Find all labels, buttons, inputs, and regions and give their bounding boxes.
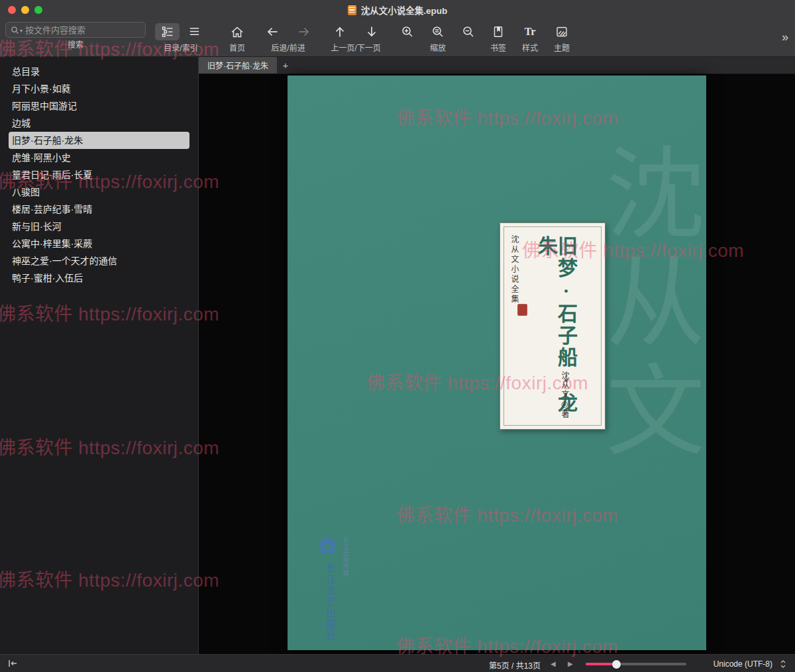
tab-bar: 旧梦·石子船·龙朱 +	[199, 57, 795, 74]
search-input[interactable]	[25, 25, 140, 35]
bookmark-icon	[492, 25, 505, 38]
fullscreen-button[interactable]	[34, 6, 42, 14]
style-label: 样式	[522, 42, 538, 53]
app-window: 沈从文小说全集.epub ▾ 搜索	[0, 0, 795, 672]
previous-page-button[interactable]	[330, 23, 350, 40]
publisher-name-text: 长江文艺出版社	[323, 563, 337, 642]
sidebar-item[interactable]: 边城	[9, 115, 189, 132]
theme-label: 主题	[554, 42, 570, 53]
collapse-sidebar-icon	[7, 658, 19, 669]
cover-author-text: 沈从文◎著	[559, 371, 570, 419]
toc-group: 目录/索引	[155, 22, 207, 53]
zoom-out-button[interactable]	[457, 23, 480, 40]
back-arrow-icon	[265, 25, 280, 38]
page-indicator: 第5页 / 共13页	[489, 659, 541, 671]
encoding-indicator[interactable]: Unicode (UTF-8)	[714, 659, 772, 669]
progress-slider-knob[interactable]	[612, 660, 621, 669]
bookmark-group: 书签	[486, 22, 510, 53]
sidebar-item[interactable]: 楼居·芸庐纪事·雪晴	[9, 201, 189, 218]
back-button[interactable]	[262, 23, 282, 40]
titlebar: 沈从文小说全集.epub	[0, 0, 795, 20]
progress-slider-fill	[586, 663, 616, 665]
sidebar-item[interactable]: 公寓中·梓里集·采蕨	[9, 235, 189, 252]
zoom-fit-button[interactable]	[427, 23, 449, 40]
collapse-sidebar-button[interactable]	[7, 658, 19, 671]
tab-active[interactable]: 旧梦·石子船·龙朱	[199, 57, 277, 73]
search-box[interactable]: ▾	[5, 22, 146, 38]
toolbar: ▾ 搜索	[0, 20, 795, 57]
content-area: 总目录 月下小景·如蕤 阿丽思中国游记 边城 旧梦·石子船·龙朱 虎雏·阿黑小史…	[0, 57, 795, 654]
zoom-in-icon	[401, 25, 414, 38]
theme-button[interactable]	[550, 23, 574, 40]
book-viewer[interactable]: 沈从文 沈从文小说全集 旧梦·石子船·龙朱 沈从文◎著	[199, 74, 795, 654]
home-label: 首页	[229, 42, 245, 53]
home-button[interactable]	[224, 23, 250, 40]
search-icon	[11, 26, 19, 34]
sidebar-item[interactable]: 篁君日记·雨后·长夏	[9, 166, 189, 183]
sidebar-item[interactable]: 虎雏·阿黑小史	[9, 149, 189, 166]
encoding-stepper-icon[interactable]	[780, 659, 786, 672]
publisher-block: 长江出版传媒 长江文艺出版社	[306, 534, 359, 646]
next-page-button[interactable]	[362, 23, 382, 40]
home-icon	[230, 25, 244, 38]
sidebar-item[interactable]: 月下小景·如蕤	[9, 80, 189, 97]
search-label: 搜索	[68, 38, 83, 50]
sidebar-item[interactable]: 阿丽思中国游记	[9, 97, 189, 115]
forward-arrow-icon	[297, 25, 311, 38]
toolbar-overflow-button[interactable]: »	[782, 30, 788, 44]
sidebar-item-selected[interactable]: 旧梦·石子船·龙朱	[9, 132, 189, 149]
index-list-button[interactable]	[182, 23, 207, 40]
status-bar: 第5页 / 共13页 ◀ ▶ Unicode (UTF-8)	[0, 654, 795, 672]
zoom-group: 缩放	[396, 22, 480, 53]
down-arrow-icon	[365, 24, 378, 39]
zoom-label: 缩放	[430, 42, 446, 53]
sidebar-item[interactable]: 新与旧·长河	[9, 218, 189, 235]
progress-slider[interactable]	[586, 663, 686, 665]
prev-page-arrow[interactable]: ◀	[551, 660, 556, 667]
traffic-lights	[8, 6, 42, 14]
page-nav-label: 上一页/下一页	[331, 42, 380, 53]
add-tab-button[interactable]: +	[277, 57, 294, 73]
cover-series-text: 沈从文小说全集	[509, 235, 520, 305]
publisher-flower-icon	[314, 534, 341, 559]
search-scope-caret-icon: ▾	[20, 28, 23, 34]
history-nav-label: 后退/前进	[271, 42, 305, 53]
publisher-group-text: 长江出版传媒	[342, 537, 350, 577]
cover-ghost-calligraphy: 沈从文	[596, 142, 696, 467]
sidebar-item[interactable]: 鸭子·蜜柑·入伍后	[9, 269, 189, 287]
zoom-out-icon	[462, 25, 475, 38]
home-group: 首页	[224, 22, 250, 53]
window-title-text: 沈从文小说全集.epub	[361, 3, 448, 17]
zoom-in-button[interactable]	[396, 23, 419, 40]
toc-sidebar: 总目录 月下小景·如蕤 阿丽思中国游记 边城 旧梦·石子船·龙朱 虎雏·阿黑小史…	[0, 57, 199, 654]
toc-tree-button[interactable]	[155, 23, 180, 40]
window-title: 沈从文小说全集.epub	[348, 3, 448, 17]
zoom-fit-icon	[431, 25, 445, 38]
sidebar-item[interactable]: 总目录	[9, 63, 189, 80]
next-page-arrow[interactable]: ▶	[568, 660, 573, 667]
page-nav-group: 上一页/下一页	[330, 22, 382, 53]
theme-icon	[555, 25, 568, 38]
style-group: Tr 样式	[518, 22, 542, 53]
cover-title-label: 沈从文小说全集 旧梦·石子船·龙朱 沈从文◎著	[500, 222, 606, 430]
style-Tr-icon: Tr	[525, 26, 536, 38]
bookmark-label: 书签	[490, 42, 506, 53]
bookmark-button[interactable]	[486, 23, 510, 40]
search-group: ▾ 搜索	[5, 22, 146, 50]
sidebar-item[interactable]: 神巫之爱·一个天才的通信	[9, 252, 189, 269]
theme-group: 主题	[550, 22, 574, 53]
style-button[interactable]: Tr	[518, 23, 542, 40]
toc-tree-icon	[161, 25, 174, 38]
up-arrow-icon	[333, 24, 346, 39]
index-list-icon	[188, 25, 201, 38]
close-button[interactable]	[8, 6, 16, 14]
forward-button[interactable]	[294, 23, 314, 40]
sidebar-item[interactable]: 八骏图	[9, 183, 189, 201]
history-nav-group: 后退/前进	[262, 22, 314, 53]
document-icon	[348, 5, 356, 15]
minimize-button[interactable]	[21, 6, 29, 14]
red-seal-icon	[517, 304, 527, 316]
toc-label: 目录/索引	[164, 42, 197, 53]
book-cover: 沈从文 沈从文小说全集 旧梦·石子船·龙朱 沈从文◎著	[288, 75, 706, 650]
main-pane: 旧梦·石子船·龙朱 + 沈从文 沈从文小说全集 旧梦·石子船·龙朱 沈从文◎著	[199, 57, 795, 654]
